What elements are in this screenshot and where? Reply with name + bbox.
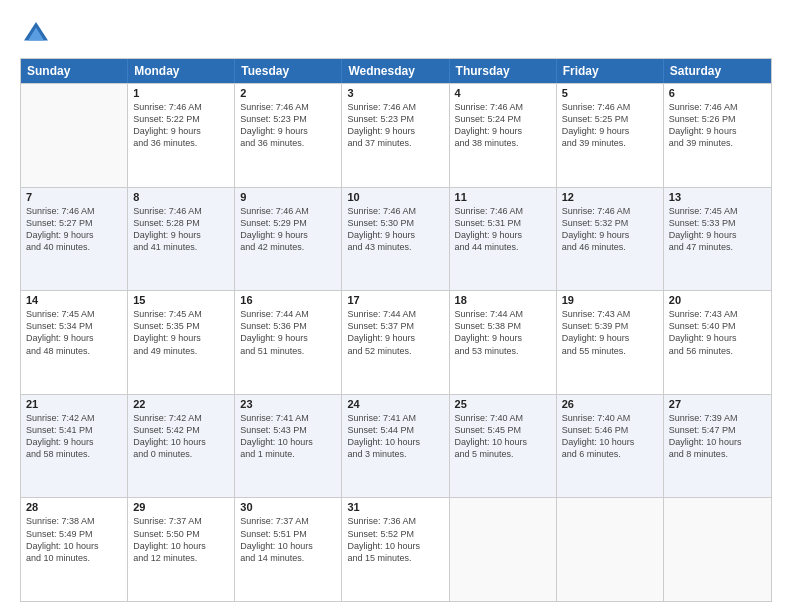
day-number: 23 (240, 398, 336, 410)
logo (20, 18, 56, 50)
calendar-cell: 22Sunrise: 7:42 AM Sunset: 5:42 PM Dayli… (128, 395, 235, 498)
day-info: Sunrise: 7:46 AM Sunset: 5:24 PM Dayligh… (455, 101, 551, 150)
header-day-friday: Friday (557, 59, 664, 83)
day-info: Sunrise: 7:45 AM Sunset: 5:35 PM Dayligh… (133, 308, 229, 357)
day-number: 13 (669, 191, 766, 203)
day-info: Sunrise: 7:42 AM Sunset: 5:42 PM Dayligh… (133, 412, 229, 461)
day-number: 25 (455, 398, 551, 410)
day-number: 20 (669, 294, 766, 306)
calendar-cell: 4Sunrise: 7:46 AM Sunset: 5:24 PM Daylig… (450, 84, 557, 187)
calendar-cell: 8Sunrise: 7:46 AM Sunset: 5:28 PM Daylig… (128, 188, 235, 291)
day-info: Sunrise: 7:37 AM Sunset: 5:51 PM Dayligh… (240, 515, 336, 564)
day-number: 10 (347, 191, 443, 203)
logo-icon (20, 18, 52, 50)
calendar-cell: 15Sunrise: 7:45 AM Sunset: 5:35 PM Dayli… (128, 291, 235, 394)
calendar-cell: 9Sunrise: 7:46 AM Sunset: 5:29 PM Daylig… (235, 188, 342, 291)
day-number: 2 (240, 87, 336, 99)
calendar-row-0: 1Sunrise: 7:46 AM Sunset: 5:22 PM Daylig… (21, 83, 771, 187)
day-info: Sunrise: 7:43 AM Sunset: 5:39 PM Dayligh… (562, 308, 658, 357)
calendar-cell: 16Sunrise: 7:44 AM Sunset: 5:36 PM Dayli… (235, 291, 342, 394)
day-info: Sunrise: 7:41 AM Sunset: 5:44 PM Dayligh… (347, 412, 443, 461)
day-info: Sunrise: 7:44 AM Sunset: 5:38 PM Dayligh… (455, 308, 551, 357)
day-info: Sunrise: 7:46 AM Sunset: 5:32 PM Dayligh… (562, 205, 658, 254)
calendar-cell: 11Sunrise: 7:46 AM Sunset: 5:31 PM Dayli… (450, 188, 557, 291)
day-info: Sunrise: 7:46 AM Sunset: 5:30 PM Dayligh… (347, 205, 443, 254)
day-number: 9 (240, 191, 336, 203)
day-info: Sunrise: 7:39 AM Sunset: 5:47 PM Dayligh… (669, 412, 766, 461)
day-info: Sunrise: 7:46 AM Sunset: 5:23 PM Dayligh… (347, 101, 443, 150)
day-number: 6 (669, 87, 766, 99)
calendar-cell (664, 498, 771, 601)
day-info: Sunrise: 7:46 AM Sunset: 5:29 PM Dayligh… (240, 205, 336, 254)
calendar-row-1: 7Sunrise: 7:46 AM Sunset: 5:27 PM Daylig… (21, 187, 771, 291)
day-info: Sunrise: 7:46 AM Sunset: 5:25 PM Dayligh… (562, 101, 658, 150)
calendar-cell: 10Sunrise: 7:46 AM Sunset: 5:30 PM Dayli… (342, 188, 449, 291)
calendar-body: 1Sunrise: 7:46 AM Sunset: 5:22 PM Daylig… (21, 83, 771, 601)
day-info: Sunrise: 7:44 AM Sunset: 5:37 PM Dayligh… (347, 308, 443, 357)
calendar-cell: 7Sunrise: 7:46 AM Sunset: 5:27 PM Daylig… (21, 188, 128, 291)
calendar-cell: 30Sunrise: 7:37 AM Sunset: 5:51 PM Dayli… (235, 498, 342, 601)
day-number: 24 (347, 398, 443, 410)
day-info: Sunrise: 7:40 AM Sunset: 5:45 PM Dayligh… (455, 412, 551, 461)
day-info: Sunrise: 7:46 AM Sunset: 5:22 PM Dayligh… (133, 101, 229, 150)
calendar-cell: 18Sunrise: 7:44 AM Sunset: 5:38 PM Dayli… (450, 291, 557, 394)
day-number: 22 (133, 398, 229, 410)
day-number: 29 (133, 501, 229, 513)
calendar-row-4: 28Sunrise: 7:38 AM Sunset: 5:49 PM Dayli… (21, 497, 771, 601)
header (20, 18, 772, 50)
header-day-saturday: Saturday (664, 59, 771, 83)
day-info: Sunrise: 7:46 AM Sunset: 5:26 PM Dayligh… (669, 101, 766, 150)
calendar: SundayMondayTuesdayWednesdayThursdayFrid… (20, 58, 772, 602)
day-number: 26 (562, 398, 658, 410)
calendar-cell: 19Sunrise: 7:43 AM Sunset: 5:39 PM Dayli… (557, 291, 664, 394)
calendar-cell: 6Sunrise: 7:46 AM Sunset: 5:26 PM Daylig… (664, 84, 771, 187)
day-number: 17 (347, 294, 443, 306)
header-day-thursday: Thursday (450, 59, 557, 83)
day-number: 4 (455, 87, 551, 99)
day-number: 16 (240, 294, 336, 306)
calendar-cell: 31Sunrise: 7:36 AM Sunset: 5:52 PM Dayli… (342, 498, 449, 601)
day-number: 7 (26, 191, 122, 203)
day-info: Sunrise: 7:46 AM Sunset: 5:28 PM Dayligh… (133, 205, 229, 254)
header-day-sunday: Sunday (21, 59, 128, 83)
calendar-cell: 5Sunrise: 7:46 AM Sunset: 5:25 PM Daylig… (557, 84, 664, 187)
calendar-cell (21, 84, 128, 187)
day-info: Sunrise: 7:45 AM Sunset: 5:34 PM Dayligh… (26, 308, 122, 357)
calendar-row-2: 14Sunrise: 7:45 AM Sunset: 5:34 PM Dayli… (21, 290, 771, 394)
calendar-cell: 23Sunrise: 7:41 AM Sunset: 5:43 PM Dayli… (235, 395, 342, 498)
calendar-cell: 20Sunrise: 7:43 AM Sunset: 5:40 PM Dayli… (664, 291, 771, 394)
day-info: Sunrise: 7:40 AM Sunset: 5:46 PM Dayligh… (562, 412, 658, 461)
day-number: 21 (26, 398, 122, 410)
calendar-cell: 1Sunrise: 7:46 AM Sunset: 5:22 PM Daylig… (128, 84, 235, 187)
day-info: Sunrise: 7:41 AM Sunset: 5:43 PM Dayligh… (240, 412, 336, 461)
day-info: Sunrise: 7:36 AM Sunset: 5:52 PM Dayligh… (347, 515, 443, 564)
calendar-cell: 27Sunrise: 7:39 AM Sunset: 5:47 PM Dayli… (664, 395, 771, 498)
page: SundayMondayTuesdayWednesdayThursdayFrid… (0, 0, 792, 612)
calendar-cell: 17Sunrise: 7:44 AM Sunset: 5:37 PM Dayli… (342, 291, 449, 394)
day-number: 8 (133, 191, 229, 203)
calendar-cell: 24Sunrise: 7:41 AM Sunset: 5:44 PM Dayli… (342, 395, 449, 498)
calendar-cell: 26Sunrise: 7:40 AM Sunset: 5:46 PM Dayli… (557, 395, 664, 498)
calendar-header: SundayMondayTuesdayWednesdayThursdayFrid… (21, 59, 771, 83)
day-info: Sunrise: 7:37 AM Sunset: 5:50 PM Dayligh… (133, 515, 229, 564)
day-number: 11 (455, 191, 551, 203)
calendar-cell: 3Sunrise: 7:46 AM Sunset: 5:23 PM Daylig… (342, 84, 449, 187)
calendar-cell: 21Sunrise: 7:42 AM Sunset: 5:41 PM Dayli… (21, 395, 128, 498)
calendar-cell: 2Sunrise: 7:46 AM Sunset: 5:23 PM Daylig… (235, 84, 342, 187)
calendar-cell: 12Sunrise: 7:46 AM Sunset: 5:32 PM Dayli… (557, 188, 664, 291)
day-info: Sunrise: 7:46 AM Sunset: 5:31 PM Dayligh… (455, 205, 551, 254)
calendar-cell: 28Sunrise: 7:38 AM Sunset: 5:49 PM Dayli… (21, 498, 128, 601)
calendar-cell (450, 498, 557, 601)
day-number: 14 (26, 294, 122, 306)
calendar-cell: 13Sunrise: 7:45 AM Sunset: 5:33 PM Dayli… (664, 188, 771, 291)
day-number: 12 (562, 191, 658, 203)
day-info: Sunrise: 7:43 AM Sunset: 5:40 PM Dayligh… (669, 308, 766, 357)
calendar-cell: 25Sunrise: 7:40 AM Sunset: 5:45 PM Dayli… (450, 395, 557, 498)
day-info: Sunrise: 7:46 AM Sunset: 5:23 PM Dayligh… (240, 101, 336, 150)
day-number: 27 (669, 398, 766, 410)
day-number: 18 (455, 294, 551, 306)
header-day-tuesday: Tuesday (235, 59, 342, 83)
day-number: 1 (133, 87, 229, 99)
day-info: Sunrise: 7:42 AM Sunset: 5:41 PM Dayligh… (26, 412, 122, 461)
day-number: 19 (562, 294, 658, 306)
